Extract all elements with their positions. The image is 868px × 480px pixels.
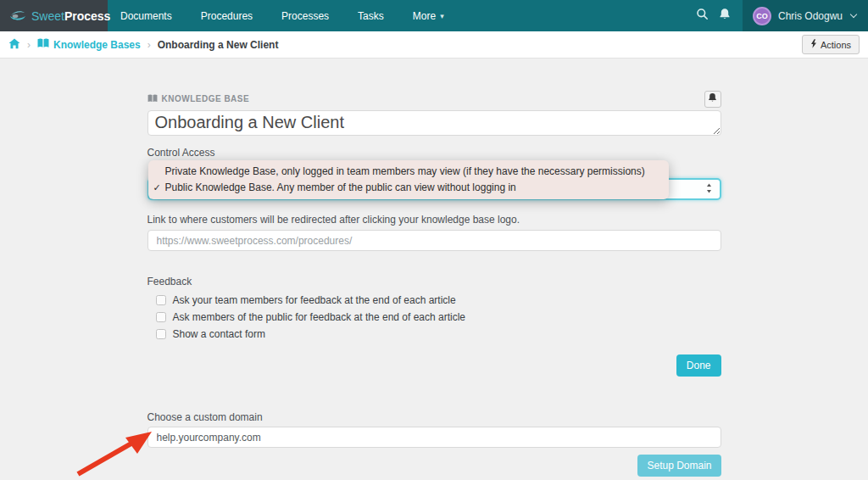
main-nav: Documents Procedures Processes Tasks Mor… (108, 0, 692, 31)
home-icon (8, 37, 20, 53)
setup-domain-button[interactable]: Setup Domain (637, 455, 721, 477)
nav-item-tasks[interactable]: Tasks (343, 0, 398, 31)
check-icon: ✓ (153, 181, 165, 195)
check-placeholder (153, 165, 165, 179)
nav-item-more[interactable]: More ▾ (398, 0, 459, 31)
kb-notifications-button[interactable] (704, 91, 721, 108)
feedback-label: Feedback (147, 276, 721, 287)
feedback-option-public[interactable]: Ask members of the public for feedback a… (147, 309, 721, 326)
avatar: CO (753, 7, 771, 25)
breadcrumb-bar: › Knowledge Bases › Onboarding a New Cli… (0, 31, 868, 59)
bell-icon (719, 8, 731, 24)
book-icon (37, 38, 53, 51)
sweetprocess-logo-icon (8, 9, 27, 23)
checkbox-label: Ask your team members for feedback at th… (173, 294, 456, 306)
chevron-down-icon (850, 11, 857, 18)
nav-item-procedures[interactable]: Procedures (186, 0, 267, 31)
redirect-link-input[interactable] (147, 230, 721, 251)
book-icon (147, 94, 162, 104)
breadcrumb-separator: › (27, 39, 31, 51)
feedback-option-contact-form[interactable]: Show a contact form (147, 326, 721, 343)
breadcrumb-knowledge-bases-link[interactable]: Knowledge Bases (37, 38, 141, 51)
actions-button[interactable]: Actions (802, 35, 860, 54)
notifications-button[interactable] (714, 0, 736, 31)
navbar-right: CO Chris Odogwu (692, 0, 868, 31)
redirect-link-label: Link to where customers will be redirect… (147, 214, 721, 226)
done-button[interactable]: Done (676, 354, 721, 377)
search-icon (696, 8, 709, 24)
control-access-dropdown: Private Knowledge Base, only logged in t… (148, 160, 669, 199)
public-feedback-checkbox[interactable] (156, 312, 166, 322)
nav-item-processes[interactable]: Processes (267, 0, 343, 31)
team-feedback-checkbox[interactable] (156, 295, 166, 305)
checkbox-label: Ask members of the public for feedback a… (173, 311, 466, 323)
user-menu[interactable]: CO Chris Odogwu (743, 0, 868, 31)
breadcrumb-separator: › (147, 39, 151, 51)
section-label-text: KNOWLEDGE BASE (162, 94, 250, 103)
dropdown-option-private[interactable]: Private Knowledge Base, only logged in t… (148, 164, 669, 180)
knowledge-base-settings: KNOWLEDGE BASE Onboarding a New Client C… (147, 90, 721, 477)
actions-button-label: Actions (821, 40, 851, 50)
top-navbar: SweetProcess Documents Procedures Proces… (0, 0, 868, 31)
nav-more-label: More (413, 10, 436, 22)
custom-domain-label: Choose a custom domain (147, 411, 721, 423)
search-button[interactable] (692, 0, 714, 31)
feedback-option-team[interactable]: Ask your team members for feedback at th… (147, 292, 721, 309)
lightning-bolt-icon (810, 39, 821, 50)
section-label: KNOWLEDGE BASE (147, 94, 250, 104)
dropdown-option-label: Public Knowledge Base. Any member of the… (165, 181, 516, 195)
custom-domain-input[interactable] (147, 427, 721, 448)
logo-text-process: Process (64, 9, 110, 23)
breadcrumb-knowledge-bases-label: Knowledge Bases (53, 39, 141, 51)
contact-form-checkbox[interactable] (156, 329, 166, 339)
main-area: KNOWLEDGE BASE Onboarding a New Client C… (0, 59, 868, 477)
nav-item-documents[interactable]: Documents (108, 0, 186, 31)
sweetprocess-logo[interactable]: SweetProcess (0, 0, 108, 31)
control-access-label: Control Access (147, 147, 721, 159)
user-name: Chris Odogwu (778, 10, 843, 22)
breadcrumb-home-link[interactable] (8, 37, 20, 53)
bell-icon (708, 92, 717, 105)
dropdown-option-label: Private Knowledge Base, only logged in t… (165, 165, 645, 179)
dropdown-option-public[interactable]: ✓ Public Knowledge Base. Any member of t… (148, 180, 669, 196)
select-stepper-icon (706, 181, 712, 197)
checkbox-label: Show a contact form (173, 328, 265, 340)
kb-title-input[interactable]: Onboarding a New Client (147, 110, 721, 136)
chevron-down-icon: ▾ (440, 12, 444, 20)
logo-text-sweet: Sweet (31, 9, 64, 23)
breadcrumb-current-page: Onboarding a New Client (158, 39, 279, 51)
